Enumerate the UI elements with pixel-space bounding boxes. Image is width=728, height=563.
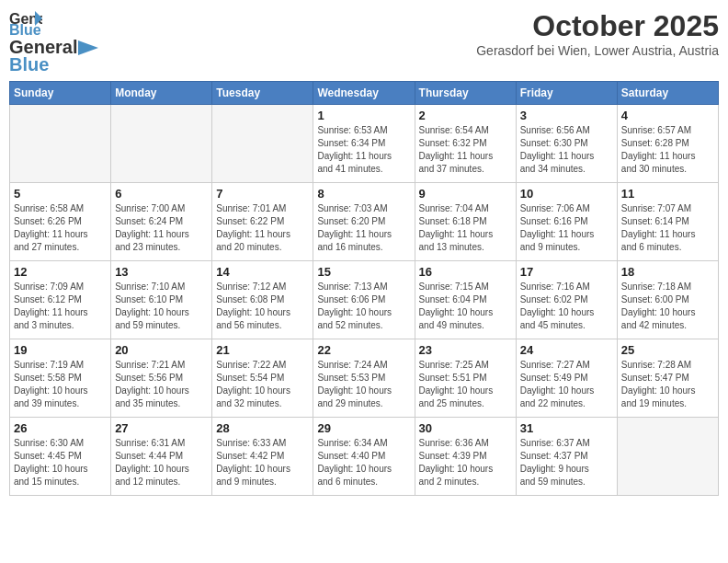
day-number: 11 [621,187,714,201]
day-info: Sunrise: 6:30 AM Sunset: 4:45 PM Dayligh… [14,437,107,488]
day-number: 28 [216,421,309,435]
day-number: 24 [520,343,613,357]
day-info: Sunrise: 7:01 AM Sunset: 6:22 PM Dayligh… [216,202,309,254]
day-number: 12 [14,265,107,279]
day-number: 17 [520,265,613,279]
day-number: 4 [621,109,714,122]
calendar-cell: 29Sunrise: 6:34 AM Sunset: 4:40 PM Dayli… [313,418,415,496]
calendar-cell: 31Sunrise: 6:37 AM Sunset: 4:37 PM Dayli… [516,418,617,496]
day-info: Sunrise: 7:18 AM Sunset: 6:00 PM Dayligh… [621,281,714,332]
day-number: 6 [115,187,208,201]
logo: General Blue General Blue [9,9,99,75]
calendar-cell [212,105,313,183]
day-info: Sunrise: 6:36 AM Sunset: 4:39 PM Dayligh… [419,437,512,488]
calendar-cell: 8Sunrise: 7:03 AM Sunset: 6:20 PM Daylig… [313,183,415,261]
day-number: 13 [115,265,208,279]
calendar-day-header: Tuesday [212,82,313,105]
calendar-cell [10,105,111,183]
day-number: 1 [317,109,410,122]
day-info: Sunrise: 7:21 AM Sunset: 5:56 PM Dayligh… [115,359,208,410]
calendar-cell: 10Sunrise: 7:06 AM Sunset: 6:16 PM Dayli… [516,183,617,261]
day-info: Sunrise: 7:25 AM Sunset: 5:51 PM Dayligh… [419,359,512,410]
day-info: Sunrise: 7:15 AM Sunset: 6:04 PM Dayligh… [419,281,512,332]
day-info: Sunrise: 7:00 AM Sunset: 6:24 PM Dayligh… [115,202,208,254]
calendar-day-header: Thursday [415,82,516,105]
calendar-cell: 23Sunrise: 7:25 AM Sunset: 5:51 PM Dayli… [415,339,516,418]
svg-marker-3 [78,40,98,55]
day-info: Sunrise: 7:27 AM Sunset: 5:49 PM Dayligh… [520,359,613,410]
calendar-day-header: Saturday [617,82,718,105]
calendar-cell: 5Sunrise: 6:58 AM Sunset: 6:26 PM Daylig… [10,183,111,261]
location-title: Gerasdorf bei Wien, Lower Austria, Austr… [476,43,719,58]
calendar-cell: 27Sunrise: 6:31 AM Sunset: 4:44 PM Dayli… [111,418,212,496]
day-number: 22 [317,343,410,357]
calendar-cell: 15Sunrise: 7:13 AM Sunset: 6:06 PM Dayli… [313,261,415,339]
day-number: 16 [419,265,512,279]
logo-icon: General Blue [9,9,42,35]
day-info: Sunrise: 7:28 AM Sunset: 5:47 PM Dayligh… [621,359,714,410]
calendar-header-row: SundayMondayTuesdayWednesdayThursdayFrid… [10,82,719,105]
day-info: Sunrise: 7:10 AM Sunset: 6:10 PM Dayligh… [115,281,208,332]
day-number: 20 [115,343,208,357]
calendar-cell: 26Sunrise: 6:30 AM Sunset: 4:45 PM Dayli… [10,418,111,496]
calendar-cell: 11Sunrise: 7:07 AM Sunset: 6:14 PM Dayli… [617,183,718,261]
month-title: October 2025 [476,9,719,43]
calendar-cell: 7Sunrise: 7:01 AM Sunset: 6:22 PM Daylig… [212,183,313,261]
page-header: General Blue General Blue October 2025 G… [9,9,719,75]
day-info: Sunrise: 7:06 AM Sunset: 6:16 PM Dayligh… [520,202,613,254]
calendar-day-header: Monday [111,82,212,105]
day-number: 26 [14,421,107,435]
day-info: Sunrise: 6:56 AM Sunset: 6:30 PM Dayligh… [520,124,613,176]
calendar-day-header: Friday [516,82,617,105]
day-number: 2 [419,109,512,122]
day-number: 8 [317,187,410,201]
calendar-cell: 6Sunrise: 7:00 AM Sunset: 6:24 PM Daylig… [111,183,212,261]
title-block: October 2025 Gerasdorf bei Wien, Lower A… [476,9,719,58]
calendar-day-header: Sunday [10,82,111,105]
day-number: 23 [419,343,512,357]
day-number: 27 [115,421,208,435]
calendar-cell: 20Sunrise: 7:21 AM Sunset: 5:56 PM Dayli… [111,339,212,418]
day-number: 15 [317,265,410,279]
day-info: Sunrise: 6:34 AM Sunset: 4:40 PM Dayligh… [317,437,410,488]
day-number: 30 [419,421,512,435]
calendar-cell: 4Sunrise: 6:57 AM Sunset: 6:28 PM Daylig… [617,105,718,183]
day-number: 5 [14,187,107,201]
day-info: Sunrise: 6:33 AM Sunset: 4:42 PM Dayligh… [216,437,309,488]
day-number: 18 [621,265,714,279]
day-number: 25 [621,343,714,357]
calendar-cell: 18Sunrise: 7:18 AM Sunset: 6:00 PM Dayli… [617,261,718,339]
calendar-cell: 16Sunrise: 7:15 AM Sunset: 6:04 PM Dayli… [415,261,516,339]
calendar-cell: 9Sunrise: 7:04 AM Sunset: 6:18 PM Daylig… [415,183,516,261]
calendar-table: SundayMondayTuesdayWednesdayThursdayFrid… [9,81,719,496]
calendar-cell [617,418,718,496]
week-row: 26Sunrise: 6:30 AM Sunset: 4:45 PM Dayli… [10,418,719,496]
calendar-cell: 3Sunrise: 6:56 AM Sunset: 6:30 PM Daylig… [516,105,617,183]
day-info: Sunrise: 7:07 AM Sunset: 6:14 PM Dayligh… [621,202,714,254]
calendar-cell: 24Sunrise: 7:27 AM Sunset: 5:49 PM Dayli… [516,339,617,418]
day-info: Sunrise: 6:53 AM Sunset: 6:34 PM Dayligh… [317,124,410,176]
day-info: Sunrise: 7:03 AM Sunset: 6:20 PM Dayligh… [317,202,410,254]
day-number: 31 [520,421,613,435]
day-number: 14 [216,265,309,279]
day-info: Sunrise: 7:09 AM Sunset: 6:12 PM Dayligh… [14,281,107,332]
week-row: 1Sunrise: 6:53 AM Sunset: 6:34 PM Daylig… [10,105,719,183]
day-info: Sunrise: 7:19 AM Sunset: 5:58 PM Dayligh… [14,359,107,410]
day-info: Sunrise: 7:13 AM Sunset: 6:06 PM Dayligh… [317,281,410,332]
calendar-cell: 1Sunrise: 6:53 AM Sunset: 6:34 PM Daylig… [313,105,415,183]
calendar-cell: 30Sunrise: 6:36 AM Sunset: 4:39 PM Dayli… [415,418,516,496]
day-info: Sunrise: 6:37 AM Sunset: 4:37 PM Dayligh… [520,437,613,488]
calendar-cell: 2Sunrise: 6:54 AM Sunset: 6:32 PM Daylig… [415,105,516,183]
day-info: Sunrise: 6:31 AM Sunset: 4:44 PM Dayligh… [115,437,208,488]
day-info: Sunrise: 6:54 AM Sunset: 6:32 PM Dayligh… [419,124,512,176]
calendar-cell: 14Sunrise: 7:12 AM Sunset: 6:08 PM Dayli… [212,261,313,339]
week-row: 19Sunrise: 7:19 AM Sunset: 5:58 PM Dayli… [10,339,719,418]
day-number: 10 [520,187,613,201]
calendar-cell [111,105,212,183]
day-number: 29 [317,421,410,435]
day-number: 21 [216,343,309,357]
calendar-cell: 17Sunrise: 7:16 AM Sunset: 6:02 PM Dayli… [516,261,617,339]
calendar-cell: 22Sunrise: 7:24 AM Sunset: 5:53 PM Dayli… [313,339,415,418]
calendar-cell: 28Sunrise: 6:33 AM Sunset: 4:42 PM Dayli… [212,418,313,496]
day-info: Sunrise: 7:16 AM Sunset: 6:02 PM Dayligh… [520,281,613,332]
